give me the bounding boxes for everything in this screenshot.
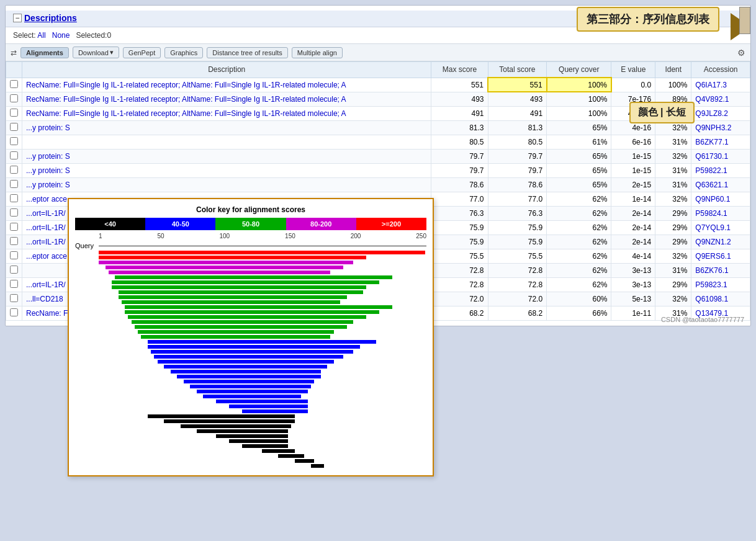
accession-link[interactable]: B6ZK76.1	[695, 266, 728, 275]
accession-link[interactable]: Q9NPH3.2	[695, 123, 731, 132]
row-checkbox[interactable]	[10, 294, 18, 302]
accession-link[interactable]: P59824.1	[695, 209, 727, 218]
bar-row	[99, 335, 425, 339]
row-checkbox[interactable]	[10, 123, 18, 131]
accession-link[interactable]: P59822.1	[695, 166, 727, 175]
annotation-box: 颜色 | 长短	[629, 102, 695, 123]
bar-row	[99, 400, 425, 404]
select-none-link[interactable]: None	[52, 31, 70, 40]
description-link[interactable]: ...y protein: S	[26, 166, 70, 175]
download-button[interactable]: Download ▾	[73, 47, 119, 58]
description-link[interactable]: RecName: Full=Single Ig IL-1-related rec…	[26, 95, 346, 104]
query-cover-cell: 66%	[547, 306, 611, 320]
multiple-align-label: Multiple align	[297, 49, 337, 56]
description-link[interactable]: ...eptor acce	[26, 195, 67, 203]
descriptions-link[interactable]: Descriptions	[24, 13, 77, 23]
e-value-cell: 0.0	[611, 78, 655, 92]
description-link[interactable]: ...y protein: S	[26, 152, 70, 161]
multiple-align-button[interactable]: Multiple align	[292, 47, 343, 58]
bar-row	[99, 355, 425, 359]
ident-cell: 31%	[655, 177, 691, 192]
query-cover-cell: 62%	[547, 220, 611, 235]
total-score-cell: 77.0	[488, 192, 547, 206]
bar-row	[99, 300, 425, 305]
row-checkbox[interactable]	[10, 137, 18, 145]
graphics-button[interactable]: Graphics	[164, 47, 203, 58]
row-checkbox[interactable]	[10, 237, 18, 245]
accession-link[interactable]: Q61098.1	[695, 295, 728, 303]
accession-cell: P59824.1	[691, 206, 750, 220]
ident-cell: 100%	[655, 78, 691, 92]
row-checkbox[interactable]	[10, 94, 18, 102]
e-value-cell: 6e-16	[611, 135, 655, 149]
row-checkbox[interactable]	[10, 166, 18, 174]
row-checkbox[interactable]	[10, 208, 18, 217]
bar-segment	[125, 310, 379, 314]
row-checkbox[interactable]	[10, 151, 18, 159]
row-checkbox[interactable]	[10, 80, 18, 88]
accession-link[interactable]: Q4V892.1	[695, 95, 729, 104]
bar-segment	[109, 270, 331, 274]
alignments-label: Alignments	[26, 49, 63, 56]
ident-cell: 32%	[655, 149, 691, 163]
header-query-cover: Query cover	[547, 62, 611, 78]
genpept-button[interactable]: GenPept	[123, 47, 161, 58]
bar-row	[99, 280, 425, 285]
row-checkbox[interactable]	[10, 308, 18, 316]
description-link[interactable]: ...ll=CD218	[26, 295, 63, 303]
bar-segment	[128, 315, 366, 319]
row-checkbox[interactable]	[10, 180, 18, 188]
description-link[interactable]: ...y protein: S	[26, 181, 70, 189]
max-score-cell: 76.3	[431, 206, 488, 220]
distance-tree-button[interactable]: Distance tree of results	[207, 47, 288, 58]
description-link[interactable]: ...eptor acce	[26, 252, 67, 261]
ident-cell: 31%	[655, 135, 691, 149]
description-link[interactable]: ...y protein: S	[26, 123, 70, 132]
bar-row	[99, 380, 425, 384]
description-link[interactable]: ...ort=IL-1R/	[26, 223, 66, 232]
select-all-link[interactable]: All	[37, 31, 45, 40]
bar-row	[99, 340, 425, 344]
bar-row	[99, 325, 425, 329]
total-score-cell: 81.3	[488, 120, 547, 135]
description-link[interactable]: ...ort=IL-1R/	[26, 209, 66, 218]
gear-settings-button[interactable]: ⚙	[737, 48, 745, 58]
accession-link[interactable]: B6ZK77.1	[695, 138, 728, 146]
row-checkbox[interactable]	[10, 194, 18, 202]
bar-row	[99, 444, 425, 449]
collapse-icon[interactable]: −	[13, 14, 22, 22]
bar-segment	[295, 459, 315, 463]
alignments-button[interactable]: Alignments	[20, 47, 69, 58]
accession-cell: Q61730.1	[691, 149, 750, 163]
row-checkbox[interactable]	[10, 266, 18, 274]
total-score-cell: 72.8	[488, 263, 547, 277]
bar-segment	[125, 305, 392, 309]
row-checkbox[interactable]	[10, 280, 18, 288]
description-link[interactable]: RecName: Full=Single Ig IL-1-related rec…	[26, 81, 346, 89]
accession-link[interactable]: Q9JLZ8.2	[695, 109, 728, 118]
accession-link[interactable]: Q9ERS6.1	[695, 252, 731, 261]
header-accession: Accession	[691, 62, 750, 78]
color-key-segment: >=200	[356, 218, 426, 230]
e-value-cell: 1e-15	[611, 163, 655, 177]
accession-link[interactable]: P59823.1	[695, 280, 727, 289]
total-score-cell: 68.2	[488, 306, 547, 320]
description-link[interactable]: ...ort=IL-1R/	[26, 238, 66, 246]
bar-row	[99, 454, 425, 458]
description-link[interactable]: RecName: Full=Single Ig IL-1-related rec…	[26, 109, 346, 118]
description-link[interactable]: ...ort=IL-1R/	[26, 280, 66, 289]
accession-link[interactable]: Q9NZN1.2	[695, 238, 731, 246]
accession-link[interactable]: Q7YQL9.1	[695, 223, 731, 232]
accession-link[interactable]: Q9NP60.1	[695, 195, 730, 203]
bar-row	[99, 414, 425, 419]
table-row: ...y protein: S79.779.765%1e-1531%P59822…	[6, 163, 750, 177]
accession-link[interactable]: Q63621.1	[695, 181, 728, 189]
row-checkbox[interactable]	[10, 223, 18, 231]
bar-row	[99, 375, 425, 379]
row-checkbox[interactable]	[10, 251, 18, 259]
accession-link[interactable]: Q61730.1	[695, 152, 728, 161]
accession-link[interactable]: Q6IA17.3	[695, 81, 727, 89]
accession-cell: Q4V892.1	[691, 92, 750, 106]
row-checkbox[interactable]	[10, 109, 18, 117]
query-axis: Query	[75, 242, 426, 249]
